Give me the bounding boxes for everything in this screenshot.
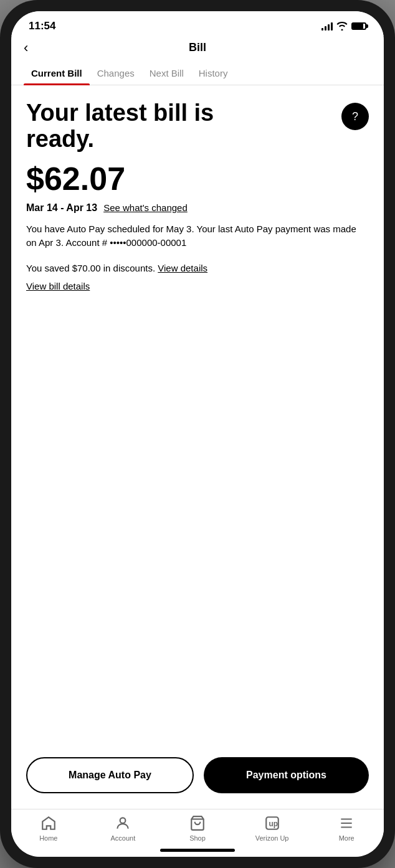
tabs-bar: Current Bill Changes Next Bill History — [11, 62, 384, 85]
tab-history[interactable]: History — [191, 62, 236, 85]
nav-verizon-up[interactable]: up Verizon Up — [254, 814, 291, 842]
savings-amount: You saved $70.00 in discounts. — [26, 263, 155, 273]
back-button[interactable]: ‹ — [24, 40, 28, 56]
svg-text:up: up — [269, 819, 278, 828]
nav-verizon-up-label: Verizon Up — [255, 834, 289, 842]
nav-shop[interactable]: Shop — [179, 814, 216, 842]
main-content: Your latest bill is ready. ? $62.07 Mar … — [11, 85, 384, 857]
bottom-buttons: Manage Auto Pay Payment options — [11, 750, 384, 801]
phone-screen: 11:54 — [11, 11, 384, 857]
help-button[interactable]: ? — [341, 103, 369, 130]
nav-account-label: Account — [111, 834, 136, 842]
shop-icon — [189, 814, 206, 832]
see-changes-link[interactable]: See what's changed — [103, 202, 188, 213]
phone-frame: 11:54 — [0, 0, 395, 868]
view-details-link[interactable]: View details — [158, 263, 207, 273]
tab-next-bill[interactable]: Next Bill — [142, 62, 191, 85]
tab-changes[interactable]: Changes — [90, 62, 142, 85]
battery-icon — [351, 22, 366, 30]
savings-text: You saved $70.00 in discounts. View deta… — [26, 263, 369, 273]
nav-account[interactable]: Account — [104, 814, 141, 842]
auto-pay-text: You have Auto Pay scheduled for May 3. Y… — [26, 222, 369, 250]
more-icon — [338, 814, 355, 832]
status-time: 11:54 — [29, 20, 55, 32]
view-bill-details-link[interactable]: View bill details — [26, 281, 90, 291]
bill-period-dates: Mar 14 - Apr 13 — [26, 202, 97, 214]
bill-amount: $62.07 — [26, 163, 369, 195]
bill-headline: Your latest bill is ready. — [26, 100, 226, 153]
nav-home[interactable]: Home — [30, 814, 67, 842]
account-icon — [114, 814, 131, 832]
tab-current-bill[interactable]: Current Bill — [24, 62, 90, 85]
page-title: Bill — [189, 41, 206, 54]
signal-icon — [321, 22, 333, 31]
nav-shop-label: Shop — [189, 834, 206, 842]
payment-options-button[interactable]: Payment options — [204, 757, 369, 793]
help-icon: ? — [352, 110, 358, 123]
nav-more[interactable]: More — [328, 814, 365, 842]
header: ‹ Bill — [11, 36, 384, 62]
nav-home-label: Home — [39, 834, 57, 842]
verizon-up-icon: up — [264, 814, 281, 832]
svg-point-0 — [120, 818, 126, 823]
manage-auto-pay-button[interactable]: Manage Auto Pay — [26, 757, 194, 793]
home-icon — [40, 814, 57, 832]
wifi-icon — [336, 22, 348, 31]
bill-header: Your latest bill is ready. ? — [26, 100, 369, 153]
status-bar: 11:54 — [11, 11, 384, 36]
home-indicator — [160, 849, 235, 852]
bill-period: Mar 14 - Apr 13 See what's changed — [26, 202, 369, 214]
nav-more-label: More — [339, 834, 355, 842]
status-icons — [321, 22, 366, 31]
